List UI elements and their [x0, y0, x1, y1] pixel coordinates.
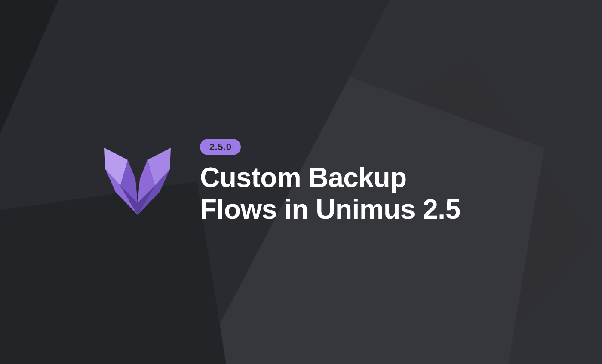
version-badge: 2.5.0: [200, 139, 241, 155]
version-text: 2.5.0: [209, 141, 231, 153]
hero-content: 2.5.0 Custom Backup Flows in Unimus 2.5: [0, 0, 602, 364]
headline: Custom Backup Flows in Unimus 2.5: [200, 162, 461, 225]
hero-text: 2.5.0 Custom Backup Flows in Unimus 2.5: [200, 139, 461, 225]
headline-line-1: Custom Backup: [200, 162, 407, 193]
unimus-logo-icon: [101, 143, 174, 222]
headline-line-2: Flows in Unimus 2.5: [200, 194, 461, 225]
